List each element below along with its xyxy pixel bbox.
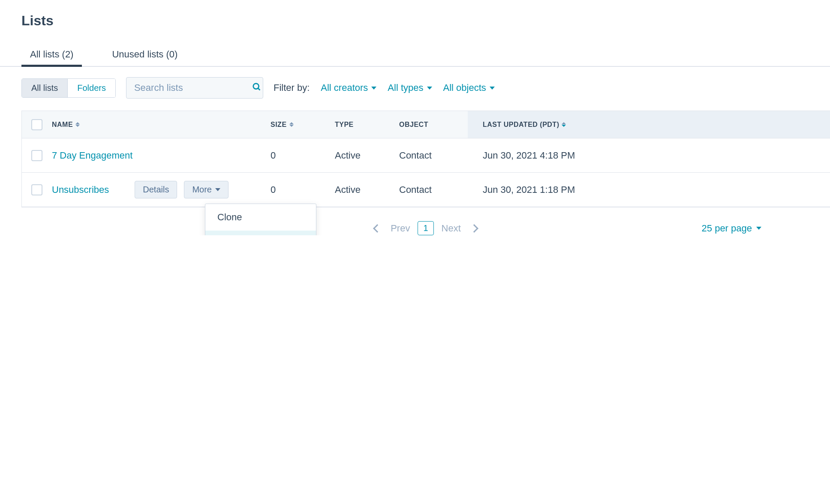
col-type[interactable]: TYPE (335, 121, 399, 129)
table-row: Unsubscribes Details More 0 Active Conta… (22, 173, 830, 207)
search-input[interactable] (134, 82, 252, 93)
prev-button[interactable]: Prev (374, 223, 410, 234)
tabs: All lists (2) Unused lists (0) (0, 44, 830, 67)
caret-down-icon (427, 87, 432, 90)
chevron-right-icon (470, 224, 478, 233)
col-name[interactable]: NAME (52, 121, 271, 129)
list-name-link[interactable]: 7 Day Engagement (52, 150, 132, 161)
view-toggle: All lists Folders (21, 78, 116, 98)
page-number[interactable]: 1 (418, 221, 433, 235)
list-name-link[interactable]: Unsubscribes (52, 184, 109, 195)
chevron-left-icon (373, 224, 382, 233)
cell-object: Contact (399, 150, 468, 161)
col-last-updated[interactable]: LAST UPDATED (PDT) (468, 111, 830, 138)
cell-updated: Jun 30, 2021 4:18 PM (468, 150, 830, 161)
tab-unused-lists[interactable]: Unused lists (0) (103, 44, 186, 66)
cell-type: Active (335, 184, 399, 195)
cell-size: 0 (271, 150, 335, 161)
next-button[interactable]: Next (442, 223, 477, 234)
cell-object: Contact (399, 184, 468, 195)
filter-bar: Filter by: All creators All types All ob… (274, 82, 495, 93)
filter-objects[interactable]: All objects (443, 82, 495, 93)
caret-down-icon (371, 87, 376, 90)
cell-updated: Jun 30, 2021 1:18 PM (468, 184, 830, 195)
caret-down-icon (756, 227, 761, 230)
caret-down-icon (215, 188, 220, 191)
more-button[interactable]: More (184, 181, 229, 198)
search-container (126, 77, 263, 99)
pagination: Prev 1 Next 25 per page (21, 221, 830, 235)
col-object[interactable]: OBJECT (399, 121, 468, 129)
svg-point-0 (253, 84, 259, 89)
per-page-select[interactable]: 25 per page (702, 223, 761, 234)
table-row: 7 Day Engagement 0 Active Contact Jun 30… (22, 138, 830, 173)
col-size[interactable]: SIZE (271, 121, 335, 129)
page-title: Lists (21, 13, 830, 29)
details-button[interactable]: Details (135, 181, 177, 198)
more-dropdown: Clone Export Move to folder View perform… (205, 204, 316, 235)
caret-down-icon (490, 87, 495, 90)
view-all-lists-button[interactable]: All lists (22, 79, 68, 97)
cell-size: 0 (271, 184, 335, 195)
row-checkbox[interactable] (31, 150, 42, 161)
filter-by-label: Filter by: (274, 82, 310, 93)
dropdown-clone[interactable]: Clone (205, 204, 316, 231)
dropdown-export[interactable]: Export (205, 231, 316, 235)
table-header: NAME SIZE TYPE OBJECT LAST UPDATED (PDT) (22, 111, 830, 138)
tab-all-lists[interactable]: All lists (2) (21, 44, 82, 66)
lists-table: NAME SIZE TYPE OBJECT LAST UPDATED (PDT)… (21, 111, 830, 207)
row-checkbox[interactable] (31, 184, 42, 195)
filter-types[interactable]: All types (388, 82, 432, 93)
svg-line-1 (258, 88, 260, 90)
view-folders-button[interactable]: Folders (68, 79, 115, 97)
select-all-checkbox[interactable] (31, 119, 42, 130)
cell-type: Active (335, 150, 399, 161)
filter-creators[interactable]: All creators (321, 82, 376, 93)
search-icon[interactable] (252, 82, 262, 93)
